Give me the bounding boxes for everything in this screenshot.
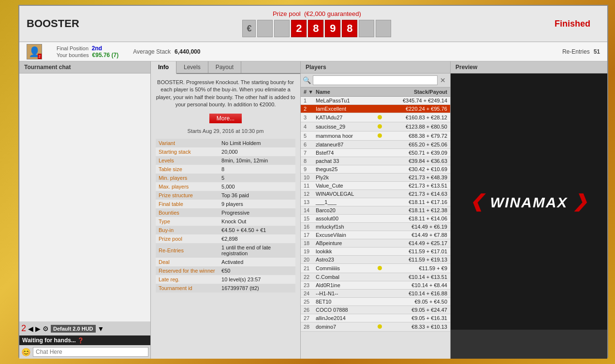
- help-icon[interactable]: ❓: [77, 337, 84, 343]
- player-row[interactable]: 20Astro23€11.59 + €19.13: [301, 256, 450, 264]
- player-name: lookikk: [316, 248, 378, 254]
- player-row[interactable]: 17ExcuseVilain€14.49 + €7.88: [301, 231, 450, 239]
- info-row: Tournament id167399787 (tt2): [156, 284, 295, 292]
- player-row[interactable]: 18ABpeinture€14.49 + €25.17: [301, 239, 450, 248]
- info-row: DealActivated: [156, 258, 295, 266]
- search-clear-icon[interactable]: ✕: [438, 76, 448, 84]
- player-num: 15: [304, 216, 316, 221]
- info-field-label: Table size: [156, 165, 219, 174]
- digit-gray-4: [376, 20, 391, 37]
- player-row[interactable]: 3KATIAdu27€160.83 + €28.12: [301, 113, 450, 122]
- player-name: ___1___: [316, 199, 378, 205]
- player-stack: €50.71 + €39.09: [384, 150, 447, 156]
- info-row: Re-Entries1 until the end of late regist…: [156, 243, 295, 258]
- chat-header: Tournament chat: [19, 61, 150, 73]
- player-stack: €9.05 + €24.47: [384, 307, 447, 313]
- digit-gray-2: [274, 20, 290, 37]
- info-field-value: Knock Out: [219, 217, 295, 226]
- info-field-label: Min. players: [156, 174, 219, 182]
- info-field-label: Levels: [156, 156, 219, 165]
- info-row: Table size8: [156, 165, 295, 174]
- player-num: 27: [304, 315, 316, 321]
- more-button[interactable]: More...: [209, 114, 242, 123]
- info-field-value: 9 players: [219, 200, 295, 208]
- player-row[interactable]: 21Commiiiiis€11.59 + €9: [301, 264, 450, 273]
- player-name: allinJoe2014: [316, 315, 378, 321]
- player-row[interactable]: 27allinJoe2014€9.05 + €16.31: [301, 314, 450, 322]
- player-stack: €14.49 + €7.88: [384, 232, 447, 238]
- player-row[interactable]: 9thegus25€30.42 + €10.69: [301, 165, 450, 174]
- player-stack: €345.74 + €249.14: [384, 98, 447, 103]
- player-row[interactable]: 14Barco20€18.11 + €12.38: [301, 206, 450, 215]
- player-row[interactable]: 13___1___€18.11 + €17.16: [301, 198, 450, 206]
- search-input[interactable]: [313, 75, 438, 85]
- player-row[interactable]: 8pachat 33€39.84 + €36.63: [301, 157, 450, 165]
- player-stack: €14.49 + €25.17: [384, 240, 447, 246]
- player-row[interactable]: 1MeLaPassTu1€345.74 + €249.14: [301, 97, 450, 105]
- player-stack: €9.05 + €4.50: [384, 299, 447, 305]
- player-bar: 👤 2 Final Position 2nd Your bounties €95…: [19, 42, 607, 61]
- player-row[interactable]: 23Ald0R1ine€10.14 + €8.44: [301, 281, 450, 290]
- content-area: Tournament chat 2 ◀ ▶ ⚙ Default 2.0 HUD …: [19, 61, 607, 359]
- info-field-value: 10 level(s) 23:57: [219, 275, 295, 284]
- dropdown-icon[interactable]: ▼: [98, 325, 104, 333]
- digit-9: 9: [325, 20, 340, 37]
- players-table-header: # ▼ Name Stack/Payout: [301, 87, 450, 97]
- info-field-label: Deal: [156, 258, 219, 266]
- toolbar-icon-3[interactable]: ▶: [35, 325, 41, 333]
- players-list: 1MeLaPassTu1€345.74 + €249.142IamExcelle…: [301, 97, 450, 359]
- player-row[interactable]: 2IamExcellent€220.24 + €95.76: [301, 105, 450, 113]
- info-field-value: 8min, 10min, 12min: [219, 156, 295, 165]
- header: BOOSTER Prize pool (€2,000 guaranteed) €…: [19, 6, 607, 42]
- player-row[interactable]: 258ET10€9.05 + €4.50: [301, 298, 450, 306]
- tab-payout[interactable]: Payout: [208, 61, 241, 73]
- player-row[interactable]: 6zlataneur87€65.20 + €25.06: [301, 141, 450, 149]
- bounties-info: Your bounties €95.76 (7): [57, 52, 118, 58]
- col-header-stack: Stack/Payout: [384, 89, 447, 95]
- player-stack: €30.42 + €10.69: [384, 166, 447, 172]
- info-field-label: Starting stack: [156, 147, 219, 156]
- info-row: BountiesProgressive: [156, 208, 295, 217]
- player-row[interactable]: 22C.Combal€10.14 + €13.51: [301, 273, 450, 281]
- player-stack: €160.83 + €28.12: [384, 115, 447, 120]
- player-name: WINAVOLEGAL: [316, 191, 378, 197]
- player-num: 28: [304, 324, 316, 330]
- player-row[interactable]: 10Ply2k€21.73 + €48.39: [301, 174, 450, 182]
- player-row[interactable]: 7Bstef74€50.71 + €39.09: [301, 149, 450, 157]
- player-stack: €123.88 + €80.50: [384, 124, 447, 130]
- player-name: COCO 07888: [316, 307, 378, 313]
- player-name: thegus25: [316, 166, 378, 172]
- tab-levels[interactable]: Levels: [176, 61, 208, 73]
- final-position-label: Final Position 2nd: [57, 45, 118, 52]
- player-row[interactable]: 15assolut00€18.11 + €14.06: [301, 215, 450, 223]
- player-row[interactable]: 24--H1-N1--€10.14 + €16.88: [301, 290, 450, 298]
- main-window: BOOSTER Prize pool (€2,000 guaranteed) €…: [18, 5, 608, 358]
- player-row[interactable]: 11Value_Cute€21.73 + €13.51: [301, 182, 450, 190]
- smiley-button[interactable]: 😊: [21, 348, 31, 357]
- chat-toolbar: 2 ◀ ▶ ⚙ Default 2.0 HUD ▼: [19, 321, 150, 335]
- player-row[interactable]: 16mrluckyf1sh€14.49 + €6.19: [301, 223, 450, 231]
- info-row: VariantNo Limit Holdem: [156, 139, 295, 147]
- info-field-label: Bounties: [156, 208, 219, 217]
- player-row[interactable]: 5mammona hoor€88.38 + €79.72: [301, 131, 450, 141]
- player-stack: €18.11 + €14.06: [384, 216, 447, 221]
- player-row[interactable]: 4saucisse_29€123.88 + €80.50: [301, 122, 450, 131]
- player-row[interactable]: 26COCO 07888€9.05 + €24.47: [301, 306, 450, 314]
- info-field-value: 20,000: [219, 147, 295, 156]
- tab-info[interactable]: Info: [151, 61, 176, 74]
- toolbar-icon-4[interactable]: ⚙: [43, 325, 49, 333]
- toolbar-icon-1[interactable]: 2: [21, 323, 26, 334]
- chat-input[interactable]: [33, 347, 148, 357]
- toolbar-icon-2[interactable]: ◀: [28, 325, 33, 333]
- info-content: BOOSTER. Progressive Knockout. The start…: [151, 74, 300, 359]
- player-name: Barco20: [316, 207, 378, 213]
- player-row[interactable]: 12WINAVOLEGAL€21.73 + €14.63: [301, 190, 450, 198]
- player-num: 23: [304, 282, 316, 288]
- player-row[interactable]: 19lookikk€11.59 + €17.01: [301, 248, 450, 256]
- player-stack: €14.49 + €6.19: [384, 224, 447, 230]
- player-dot: [378, 123, 384, 130]
- player-row[interactable]: 28domino7€8.33 + €10.13: [301, 322, 450, 332]
- info-field-value: €4.50 + €4.50 + €1: [219, 226, 295, 234]
- euro-symbol: €: [242, 20, 256, 37]
- player-name: zlataneur87: [316, 142, 378, 147]
